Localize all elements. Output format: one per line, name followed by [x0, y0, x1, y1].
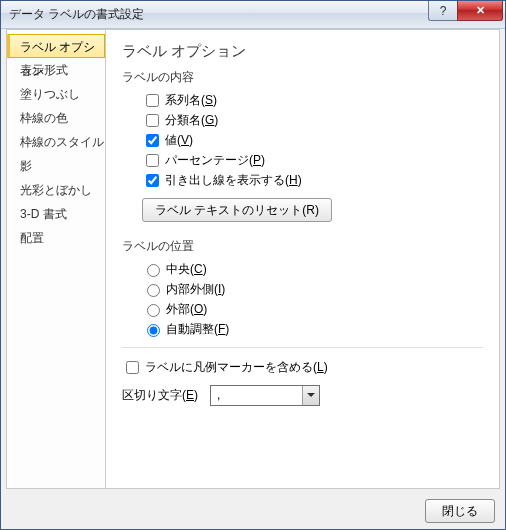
option-leader[interactable]: 引き出し線を表示する(H): [122, 170, 483, 190]
sidebar-item-2[interactable]: 塗りつぶし: [7, 82, 105, 106]
separator-value: ,: [211, 388, 302, 402]
label-bestfit: 自動調整(F): [166, 321, 229, 338]
label-percent: パーセンテージ(P): [165, 152, 265, 169]
checkbox-percent[interactable]: [146, 154, 159, 167]
checkbox-category[interactable]: [146, 114, 159, 127]
separator-line: [122, 347, 483, 348]
main-panel: ラベル オプション ラベルの内容 系列名(S) 分類名(G) 値(V) パーセン…: [106, 29, 500, 489]
reset-label-text-button[interactable]: ラベル テキストのリセット(R): [142, 198, 332, 222]
titlebar: データ ラベルの書式設定 ? ✕: [1, 1, 505, 29]
sidebar-item-3[interactable]: 枠線の色: [7, 106, 105, 130]
option-category[interactable]: 分類名(G): [122, 110, 483, 130]
chevron-down-icon[interactable]: [302, 386, 319, 405]
sidebar-item-8[interactable]: 配置: [7, 226, 105, 250]
position-center[interactable]: 中央(C): [122, 259, 483, 279]
sidebar-item-5[interactable]: 影: [7, 154, 105, 178]
label-value: 値(V): [165, 132, 193, 149]
radio-outside[interactable]: [147, 304, 160, 317]
radio-bestfit[interactable]: [147, 324, 160, 337]
dialog-body: ラベル オプション表示形式塗りつぶし枠線の色枠線のスタイル影光彩とぼかし3-D …: [6, 29, 500, 489]
checkbox-value[interactable]: [146, 134, 159, 147]
sidebar-item-6[interactable]: 光彩とぼかし: [7, 178, 105, 202]
sidebar-item-7[interactable]: 3-D 書式: [7, 202, 105, 226]
sidebar-item-0[interactable]: ラベル オプション: [7, 34, 105, 58]
position-outside[interactable]: 外部(O): [122, 299, 483, 319]
label-position-group: ラベルの位置: [122, 238, 483, 255]
label-content-group: ラベルの内容: [122, 69, 483, 86]
sidebar-item-4[interactable]: 枠線のスタイル: [7, 130, 105, 154]
radio-center[interactable]: [147, 264, 160, 277]
reset-label-text: ラベル テキストのリセット(R): [155, 203, 319, 217]
position-inside[interactable]: 内部外側(I): [122, 279, 483, 299]
sidebar-item-1[interactable]: 表示形式: [7, 58, 105, 82]
label-inside: 内部外側(I): [166, 281, 225, 298]
close-button[interactable]: 閉じる: [425, 499, 495, 523]
separator-label: 区切り文字(E): [122, 387, 198, 404]
option-series[interactable]: 系列名(S): [122, 90, 483, 110]
dialog-window: データ ラベルの書式設定 ? ✕ ラベル オプション表示形式塗りつぶし枠線の色枠…: [0, 0, 506, 530]
page-heading: ラベル オプション: [122, 42, 483, 61]
close-button-label: 閉じる: [442, 504, 478, 518]
label-outside: 外部(O): [166, 301, 207, 318]
position-bestfit[interactable]: 自動調整(F): [122, 319, 483, 339]
checkbox-leader[interactable]: [146, 174, 159, 187]
separator-combo[interactable]: ,: [210, 385, 320, 406]
label-legend-key: ラベルに凡例マーカーを含める(L): [145, 359, 328, 376]
label-category: 分類名(G): [165, 112, 218, 129]
dialog-footer: 閉じる: [425, 499, 495, 523]
help-button[interactable]: ?: [428, 1, 458, 21]
radio-inside[interactable]: [147, 284, 160, 297]
sidebar: ラベル オプション表示形式塗りつぶし枠線の色枠線のスタイル影光彩とぼかし3-D …: [6, 29, 106, 489]
option-percent[interactable]: パーセンテージ(P): [122, 150, 483, 170]
checkbox-legend-key[interactable]: [126, 361, 139, 374]
label-center: 中央(C): [166, 261, 207, 278]
checkbox-series[interactable]: [146, 94, 159, 107]
window-controls: ? ✕: [429, 1, 503, 21]
label-leader: 引き出し線を表示する(H): [165, 172, 302, 189]
window-title: データ ラベルの書式設定: [9, 6, 144, 23]
close-window-button[interactable]: ✕: [457, 1, 503, 21]
option-legend-key[interactable]: ラベルに凡例マーカーを含める(L): [122, 356, 483, 378]
option-value[interactable]: 値(V): [122, 130, 483, 150]
label-series: 系列名(S): [165, 92, 217, 109]
separator-row: 区切り文字(E) ,: [122, 382, 483, 408]
